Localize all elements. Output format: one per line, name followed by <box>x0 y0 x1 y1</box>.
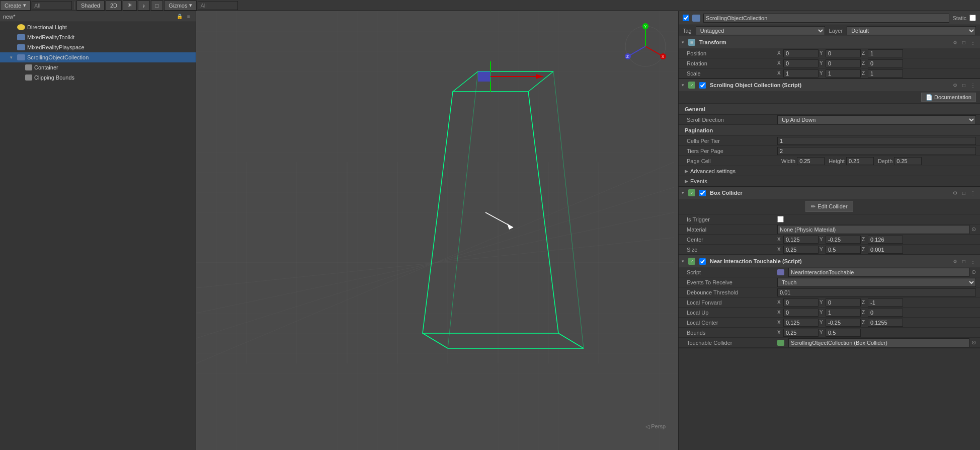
lighting-button[interactable]: ☀ <box>123 1 137 11</box>
lf-y-input[interactable] <box>826 298 861 307</box>
script-pick-btn[interactable]: ⊙ <box>971 269 976 275</box>
position-x-input[interactable] <box>783 49 819 57</box>
events-row[interactable]: ▶ Events <box>679 176 980 186</box>
bounds-x-input[interactable] <box>783 329 819 337</box>
lc-z-field: Z <box>862 319 903 327</box>
lf-z-input[interactable] <box>868 298 903 307</box>
script-ref-field[interactable]: NearInteractionTouchable <box>788 268 969 277</box>
lu-y-input[interactable] <box>826 309 861 317</box>
obj-active-checkbox[interactable] <box>683 15 689 21</box>
scene-view[interactable]: Y X Z ◁ Persp <box>196 11 678 450</box>
lc-y-input[interactable] <box>826 319 861 327</box>
lc-z-input[interactable] <box>868 319 903 327</box>
near-interaction-header[interactable]: ▾ ✓ Near Interaction Touchable (Script) … <box>679 255 980 267</box>
gizmos-label: Gizmos <box>169 3 187 9</box>
debounce-threshold-input[interactable] <box>777 288 976 296</box>
events-to-receive-select[interactable]: Touch <box>777 278 976 287</box>
center-x-input[interactable] <box>783 236 819 244</box>
edit-collider-label: Edit Collider <box>818 203 847 209</box>
cells-per-tier-value <box>777 137 976 145</box>
ni-maximize-btn[interactable]: □ <box>960 257 968 265</box>
hierarchy-item-mixed-reality-playspace[interactable]: MixedRealityPlayspace <box>0 42 196 52</box>
position-z-input[interactable] <box>868 49 903 57</box>
svg-line-20 <box>558 333 584 348</box>
position-y-input[interactable] <box>826 49 861 57</box>
create-button[interactable]: Create ▾ <box>0 1 31 11</box>
transform-menu-btn[interactable]: ⋮ <box>969 38 977 46</box>
page-cell-height-input[interactable] <box>846 157 874 165</box>
svg-line-23 <box>553 71 584 348</box>
obj-name-field[interactable] <box>703 14 949 23</box>
effects-button[interactable]: □ <box>151 1 164 11</box>
rotation-z-input[interactable] <box>868 59 903 67</box>
hierarchy-item-directional-light[interactable]: Directional Light <box>0 22 196 32</box>
lc-x-input[interactable] <box>783 319 819 327</box>
scale-y-input[interactable] <box>826 69 861 78</box>
page-cell-width-group: Width <box>781 157 825 165</box>
material-field[interactable]: None (Physic Material) <box>777 225 969 234</box>
touchable-collider-pick-btn[interactable]: ⊙ <box>971 339 976 346</box>
hierarchy-item-scrolling[interactable]: ▾ ScrollingObjectCollection <box>0 52 196 62</box>
static-checkbox[interactable] <box>969 15 976 21</box>
advanced-settings-row[interactable]: ▶ Advanced settings <box>679 166 980 176</box>
page-cell-depth-input[interactable] <box>894 157 922 165</box>
hierarchy-menu-btn[interactable]: ≡ <box>185 13 193 21</box>
tiers-per-page-input[interactable] <box>777 147 976 155</box>
hierarchy-item-container[interactable]: Container <box>0 62 196 72</box>
scale-x-input[interactable] <box>783 69 819 78</box>
sz2-label: Z <box>862 247 867 252</box>
size-x-input[interactable] <box>783 246 819 254</box>
cy-label: Y <box>820 237 825 242</box>
rotation-y-input[interactable] <box>826 59 861 67</box>
lu-z-input[interactable] <box>868 309 903 317</box>
ni-settings-btn[interactable]: ⚙ <box>951 257 959 265</box>
box-collider-enable-checkbox[interactable] <box>699 190 706 196</box>
hierarchy-item-clipping-bounds[interactable]: Clipping Bounds <box>0 72 196 83</box>
near-interaction-enable-checkbox[interactable] <box>699 258 706 265</box>
center-y-input[interactable] <box>826 236 861 244</box>
script-enable-checkbox[interactable] <box>699 82 706 89</box>
scrolling-script-header[interactable]: ▾ ✓ Scrolling Object Collection (Script)… <box>679 79 980 91</box>
script-menu-btn[interactable]: ⋮ <box>969 81 977 89</box>
script-settings-btn[interactable]: ⚙ <box>951 81 959 89</box>
tag-select[interactable]: Untagged <box>696 26 825 35</box>
svg-line-22 <box>448 71 478 348</box>
center-z-input[interactable] <box>868 236 903 244</box>
audio-button[interactable]: ♪ <box>138 1 150 11</box>
material-pick-btn[interactable]: ⊙ <box>971 226 976 233</box>
box-collider-section: ▾ ✓ Box Collider ⚙ □ ⋮ ✏ Edit Collider <box>679 187 980 255</box>
size-z-input[interactable] <box>868 246 903 254</box>
transform-header[interactable]: ▾ ⊞ Transform ⚙ □ ⋮ <box>679 36 980 48</box>
box-collider-header[interactable]: ▾ ✓ Box Collider ⚙ □ ⋮ <box>679 187 980 199</box>
mrtk-icon <box>17 34 25 40</box>
svg-text:X: X <box>662 54 665 59</box>
hierarchy-lock-btn[interactable]: 🔒 <box>176 13 184 21</box>
gizmos-search-input[interactable] <box>198 1 238 10</box>
doc-button[interactable]: 📄 Documentation <box>921 93 976 102</box>
scroll-direction-select[interactable]: Up And Down <box>777 115 976 124</box>
page-cell-width-input[interactable] <box>797 157 825 165</box>
box-maximize-btn[interactable]: □ <box>960 189 968 197</box>
lf-x-input[interactable] <box>783 298 819 307</box>
rotation-x-input[interactable] <box>783 59 819 67</box>
gizmos-button[interactable]: Gizmos ▾ <box>164 1 197 11</box>
2d-button[interactable]: 2D <box>106 1 122 11</box>
search-input[interactable] <box>32 1 72 10</box>
layer-select[interactable]: Default <box>847 26 976 35</box>
cells-per-tier-input[interactable] <box>777 137 976 145</box>
size-y-input[interactable] <box>826 246 861 254</box>
transform-settings-btn[interactable]: ⚙ <box>951 38 959 46</box>
hierarchy-item-mixed-reality-toolkit[interactable]: MixedRealityToolkit <box>0 32 196 42</box>
is-trigger-checkbox[interactable] <box>777 216 784 222</box>
lu-x-input[interactable] <box>783 309 819 317</box>
script-maximize-btn[interactable]: □ <box>960 81 968 89</box>
edit-collider-button[interactable]: ✏ Edit Collider <box>805 201 853 212</box>
transform-maximize-btn[interactable]: □ <box>960 38 968 46</box>
box-settings-btn[interactable]: ⚙ <box>951 189 959 197</box>
shaded-button[interactable]: Shaded <box>76 1 105 11</box>
box-menu-btn[interactable]: ⋮ <box>969 189 977 197</box>
ni-menu-btn[interactable]: ⋮ <box>969 257 977 265</box>
bounds-y-input[interactable] <box>826 329 861 337</box>
touchable-collider-field[interactable]: ScrollingObjectCollection (Box Collider) <box>788 338 969 347</box>
scale-z-input[interactable] <box>868 69 903 78</box>
